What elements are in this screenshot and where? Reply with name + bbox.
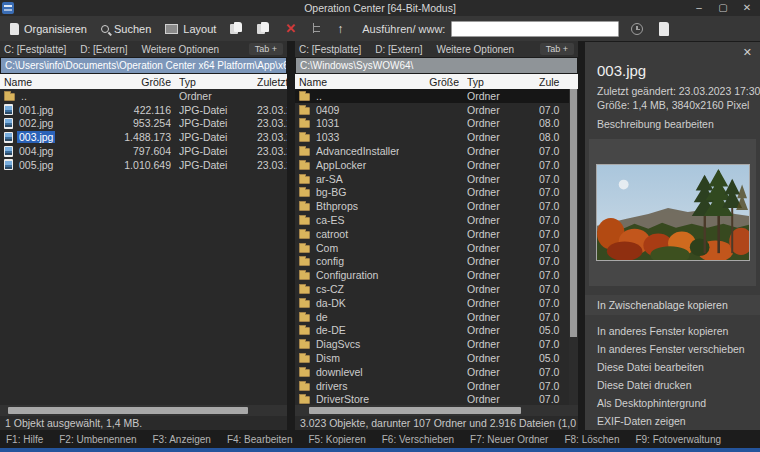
file-row[interactable]: Bthprops Ordner 07.0 (295, 199, 569, 213)
file-row[interactable]: 002.jpg 953.254 JPG-Datei 23.03.2 (0, 117, 287, 131)
scrollbar-thumb[interactable] (309, 407, 521, 414)
function-key-item[interactable]: F8: Löschen (564, 434, 619, 445)
preview-action-item[interactable]: In anderes Fenster verschieben (585, 340, 760, 358)
drive-tab[interactable]: C: [Festplatte] (299, 44, 361, 55)
clock-icon[interactable] (631, 23, 643, 35)
up-arrow-icon[interactable]: ↑ (337, 22, 343, 36)
column-size[interactable]: Größe (407, 76, 459, 88)
main-area: C: [Festplatte]D: [Extern]Weitere Option… (0, 41, 760, 430)
file-name: da-DK (314, 297, 348, 309)
drive-tab[interactable]: Weitere Optionen (142, 44, 220, 55)
column-date[interactable]: Zuletzt (257, 76, 287, 88)
function-key-item[interactable]: F9: Fotoverwaltung (635, 434, 721, 445)
function-key-item[interactable]: F6: Verschieben (382, 434, 454, 445)
file-row[interactable]: AdvancedInstallers Ordner 07.0 (295, 144, 569, 158)
file-date: 07.0 (539, 380, 569, 392)
file-row[interactable]: 1033 Ordner 08.0 (295, 130, 569, 144)
file-row[interactable]: 1031 Ordner 08.0 (295, 117, 569, 131)
left-path-bar[interactable]: C:\Users\info\Documents\Operation Center… (1, 58, 286, 73)
file-date: 07.0 (539, 255, 569, 267)
layout-button[interactable]: Layout (161, 21, 220, 37)
maximize-button[interactable]: ▢ (718, 1, 728, 15)
file-row[interactable]: de-DE Ordner 05.0 (295, 324, 569, 338)
tree-view-icon[interactable] (311, 23, 322, 34)
add-tab-button[interactable]: Tab + (249, 43, 283, 55)
file-row[interactable]: 001.jpg 422.116 JPG-Datei 23.03.2 (0, 103, 287, 117)
file-row[interactable]: DiagSvcs Ordner 07.0 (295, 337, 569, 351)
scrollbar-thumb[interactable] (570, 89, 577, 337)
file-row[interactable]: .. Ordner (0, 89, 287, 103)
file-row[interactable]: catroot Ordner 07.0 (295, 227, 569, 241)
file-row[interactable]: ar-SA Ordner 07.0 (295, 172, 569, 186)
file-row[interactable]: ca-ES Ordner 07.0 (295, 213, 569, 227)
folder-icon (299, 189, 310, 197)
copy-icon[interactable] (230, 22, 243, 35)
file-row[interactable]: Com Ordner 07.0 (295, 241, 569, 255)
folder-icon (299, 176, 310, 184)
file-row[interactable]: 004.jpg 797.604 JPG-Datei 23.03.2 (0, 144, 287, 158)
file-row[interactable]: da-DK Ordner 07.0 (295, 296, 569, 310)
file-row[interactable]: config Ordner 07.0 (295, 255, 569, 269)
column-type[interactable]: Typ (467, 76, 531, 88)
left-horizontal-scrollbar[interactable] (0, 405, 287, 416)
file-row[interactable]: DriverStore Ordner 07.0 (295, 393, 569, 405)
middle-vertical-scrollbar[interactable] (569, 89, 578, 405)
middle-path-bar[interactable]: C:\Windows\SysWOW64\ (296, 58, 577, 73)
window-bottom-border (0, 448, 760, 452)
file-name: cs-CZ (314, 283, 346, 295)
column-date[interactable]: Zule (539, 76, 569, 88)
minimize-button[interactable]: – (694, 1, 704, 15)
file-row[interactable]: Dism Ordner 05.0 (295, 351, 569, 365)
file-row[interactable]: downlevel Ordner 07.0 (295, 365, 569, 379)
column-name[interactable]: Name (299, 76, 399, 88)
function-key-item[interactable]: F7: Neuer Ordner (470, 434, 548, 445)
file-row[interactable]: Configuration Ordner 07.0 (295, 268, 569, 282)
middle-status-bar: 3.023 Objekte, darunter 107 Ordner und 2… (295, 416, 578, 430)
delete-x-icon[interactable]: ✕ (285, 22, 296, 35)
column-size[interactable]: Größe (119, 76, 171, 88)
drive-tab[interactable]: C: [Festplatte] (4, 44, 66, 55)
add-tab-button[interactable]: Tab + (540, 43, 574, 55)
search-button[interactable]: Suchen (97, 21, 155, 37)
copy-to-clipboard-action[interactable]: In Zwischenablage kopieren (585, 295, 760, 315)
close-icon[interactable]: ✕ (743, 46, 752, 59)
file-row[interactable]: drivers Ordner 07.0 (295, 379, 569, 393)
run-input[interactable] (451, 21, 619, 37)
file-type: Ordner (467, 242, 531, 254)
middle-horizontal-scrollbar[interactable] (295, 405, 578, 416)
function-key-item[interactable]: F5: Kopieren (309, 434, 366, 445)
drive-tab[interactable]: D: [Extern] (80, 44, 127, 55)
file-row[interactable]: de Ordner 07.0 (295, 310, 569, 324)
file-row[interactable]: 0409 Ordner 07.0 (295, 103, 569, 117)
photo-preview[interactable] (596, 164, 750, 261)
preview-action-item[interactable]: EXIF-Daten zeigen (585, 412, 760, 430)
file-row[interactable]: 003.jpg 1.488.173 JPG-Datei 23.03.2 (0, 130, 287, 144)
file-row[interactable]: cs-CZ Ordner 07.0 (295, 282, 569, 296)
file-row[interactable]: 005.jpg 1.010.649 JPG-Datei 23.03.2 (0, 158, 287, 172)
file-type: Ordner (467, 283, 531, 295)
folder-icon (299, 327, 310, 335)
file-type: JPG-Datei (179, 159, 249, 171)
column-type[interactable]: Typ (179, 76, 249, 88)
drive-tab[interactable]: D: [Extern] (375, 44, 422, 55)
duplicate-icon[interactable] (257, 22, 270, 35)
drive-tab[interactable]: Weitere Optionen (437, 44, 515, 55)
column-name[interactable]: Name (4, 76, 111, 88)
edit-description-link[interactable]: Beschreibung bearbeiten (597, 118, 760, 130)
organize-button[interactable]: Organisieren (6, 21, 91, 37)
file-type: JPG-Datei (179, 145, 249, 157)
close-button[interactable]: ✕ (742, 1, 752, 15)
function-key-item[interactable]: F1: Hilfe (6, 434, 43, 445)
preview-action-item[interactable]: Als Desktophintergrund (585, 394, 760, 412)
preview-action-item[interactable]: Diese Datei drucken (585, 376, 760, 394)
function-key-item[interactable]: F4: Bearbeiten (227, 434, 293, 445)
function-key-item[interactable]: F3: Anzeigen (153, 434, 211, 445)
function-key-item[interactable]: F2: Umbenennen (59, 434, 136, 445)
scrollbar-thumb[interactable] (8, 407, 248, 414)
file-row[interactable]: bg-BG Ordner 07.0 (295, 186, 569, 200)
page-icon[interactable] (659, 22, 669, 36)
preview-action-item[interactable]: In anderes Fenster kopieren (585, 322, 760, 340)
file-row[interactable]: AppLocker Ordner 07.0 (295, 158, 569, 172)
preview-action-item[interactable]: Diese Datei bearbeiten (585, 358, 760, 376)
file-row[interactable]: .. Ordner (295, 89, 569, 103)
